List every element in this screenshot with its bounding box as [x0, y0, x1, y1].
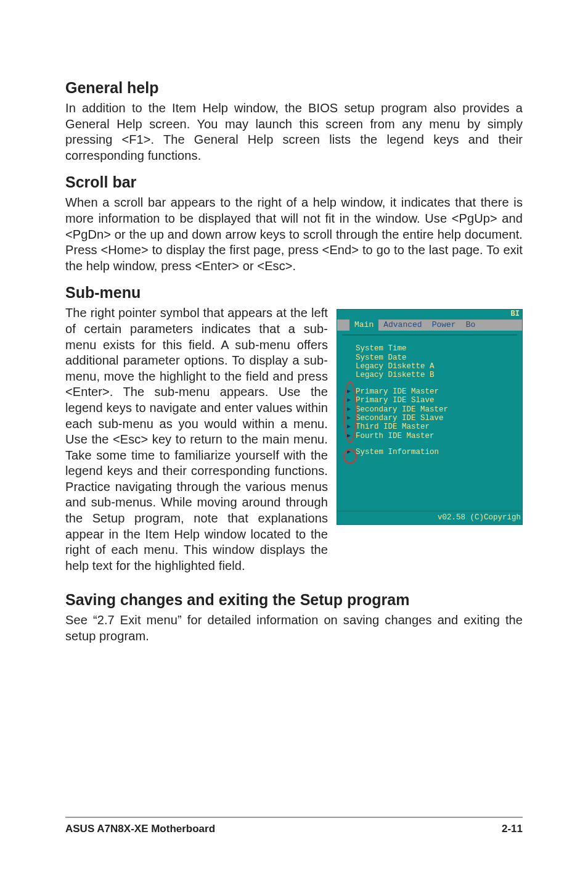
- footer-divider: [65, 817, 523, 818]
- document-page: General help In addition to the Item Hel…: [0, 0, 588, 887]
- bios-body: System Time System Date Legacy Diskette …: [342, 334, 517, 510]
- bios-submenu-item[interactable]: Fourth IDE Master: [356, 432, 515, 440]
- bios-footer: v02.58 (C)Copyrigh: [337, 511, 522, 524]
- bios-tab-advanced[interactable]: Advanced: [378, 320, 427, 331]
- paragraph-general-help: In addition to the Item Help window, the…: [65, 101, 523, 163]
- bios-submenu-item[interactable]: Third IDE Master: [356, 423, 515, 431]
- bios-screenshot: BI Main Advanced Power Bo System Time Sy…: [337, 309, 523, 579]
- bios-submenu-item[interactable]: Secondary IDE Slave: [356, 414, 515, 423]
- paragraph-scroll-bar: When a scroll bar appears to the right o…: [65, 195, 523, 274]
- bios-tab-boot[interactable]: Bo: [461, 320, 481, 331]
- bios-submenu-item[interactable]: Primary IDE Master: [356, 387, 515, 396]
- bios-item[interactable]: System Date: [356, 353, 515, 362]
- footer-product: ASUS A7N8X-XE Motherboard: [65, 823, 215, 835]
- page-footer: ASUS A7N8X-XE Motherboard 2-11: [65, 817, 523, 835]
- heading-saving: Saving changes and exiting the Setup pro…: [65, 591, 523, 609]
- bios-tab-bar: Main Advanced Power Bo: [343, 320, 522, 331]
- paragraph-sub-menu: The right pointer symbol that appears at…: [65, 305, 328, 574]
- bios-tab-power[interactable]: Power: [427, 320, 461, 331]
- paragraph-saving: See “2.7 Exit menu” for detailed informa…: [65, 613, 523, 644]
- heading-general-help: General help: [65, 79, 523, 97]
- bios-item[interactable]: Legacy Diskette A: [356, 362, 515, 371]
- bios-tab-main[interactable]: Main: [349, 320, 378, 331]
- bios-header-text: BI: [511, 310, 520, 318]
- bios-item[interactable]: Legacy Diskette B: [356, 371, 515, 379]
- heading-scroll-bar: Scroll bar: [65, 173, 523, 191]
- heading-sub-menu: Sub-menu: [65, 284, 523, 302]
- bios-submenu-item[interactable]: Secondary IDE Master: [356, 405, 515, 414]
- footer-page-number: 2-11: [502, 823, 523, 835]
- bios-item[interactable]: System Time: [356, 344, 515, 353]
- bios-submenu-item[interactable]: System Information: [356, 448, 515, 456]
- bios-submenu-item[interactable]: Primary IDE Slave: [356, 396, 515, 405]
